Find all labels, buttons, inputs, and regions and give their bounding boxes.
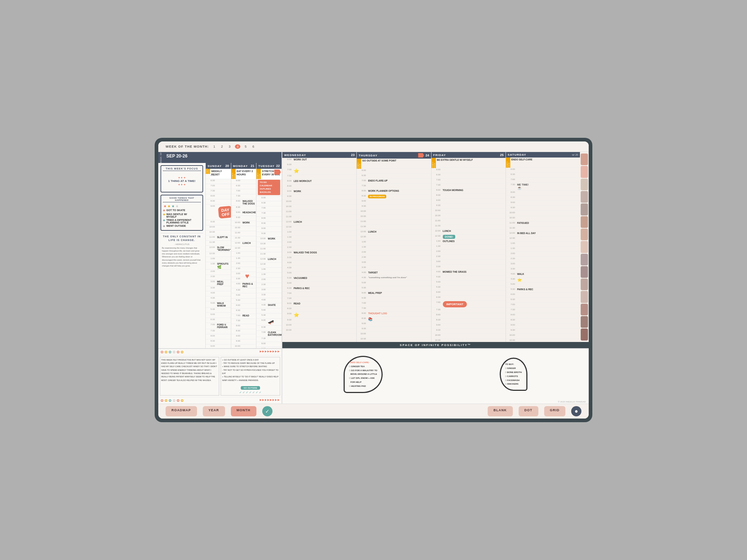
flower-row-bottom-left: ✿✿✿✿✿✿	[160, 398, 183, 402]
tab-blank[interactable]: BLANK	[488, 406, 513, 416]
focus-graphic: ✦ ✦ ✦ 1 THING AT A TIME! ✦ ✦ ✦	[168, 176, 196, 187]
device-frame: WEEK OF THE MONTH: 1 2 3 4 5 6 WEEK OF S…	[155, 138, 592, 422]
tab-check-icon[interactable]: ✓	[262, 406, 272, 416]
color-tab-1[interactable]	[581, 153, 588, 165]
thursday-flag	[418, 153, 424, 158]
left-sidebar: THIS WEEK'S FOCUS ✦ ✦ ✦ 1 THING AT A TIM…	[158, 163, 206, 348]
wednesday-header: WEDNESDAY 23	[282, 152, 356, 158]
tuesday-slots: 6:00 6:30 7:00 7:30 8:00 8:30 9:00 9:30 …	[256, 196, 282, 348]
color-tab-3[interactable]	[581, 179, 588, 190]
wednesday-column: WEDNESDAY 23 6:00WORK OUT 6:30 7:00⭐ 7:3…	[282, 152, 357, 342]
quote-text: By experiencing the many changes that ha…	[162, 246, 202, 268]
color-tab-13[interactable]	[581, 304, 588, 315]
thursday-header: THURSDAY 24	[357, 152, 431, 159]
color-tab-5[interactable]	[581, 203, 588, 215]
quote-main: THE ONLY CONSTANT IN LIFE IS CHANGE.	[162, 235, 202, 242]
date-range: SEP 20-26	[163, 152, 282, 163]
takeaway-2: + MAKE SURE TO STRETCH BEFORE SKATING	[222, 365, 279, 368]
day-off-badge: DAY OFF	[218, 206, 231, 218]
focus-text: 1 THING AT A TIME!	[168, 179, 196, 183]
color-tab-2[interactable]	[581, 166, 588, 178]
right-color-tabs	[580, 152, 589, 342]
color-tab-8[interactable]	[581, 241, 588, 253]
good-thing-gentle: ★WAS GENTLE W/MYSELF	[163, 213, 201, 218]
week-1[interactable]: 1	[212, 144, 217, 149]
focus-title: THIS WEEK'S FOCUS	[163, 167, 201, 171]
thursday-focus: GO OUTSIDE AT SOME POINT	[361, 159, 431, 169]
color-tab-7[interactable]	[581, 229, 588, 240]
left-content: THIS WEEK'S FOCUS ✦ ✦ ✦ 1 THING AT A TIM…	[158, 163, 282, 348]
done-badge: DONE!	[443, 235, 456, 239]
tab-dot-icon[interactable]: ●	[571, 406, 581, 416]
to-buy-bubble: TO BUY: □ GINGER □ BONE BROTH □ CARROTS …	[500, 358, 527, 391]
sunday-slots: 6:00 6:30 7:00 7:30 8:00 8:30 9:00DAY OF…	[206, 174, 231, 348]
monday-slots: 6:00 6:30 7:00 7:30 8:00WALKED THE DOGS …	[231, 179, 256, 348]
color-tab-6[interactable]	[581, 216, 588, 228]
quote-author: - HERACLITUS	[162, 243, 202, 245]
tuesday-column: TUESDAY 22 TODAY'S FOCUS STRETCH EVERY 3…	[256, 163, 282, 348]
tab-left: ROADMAP YEAR MONTH ✓	[166, 406, 272, 416]
good-thing-skate: ★GOT TO SKATE	[163, 209, 201, 212]
focus-content: ✦ ✦ ✦ 1 THING AT A TIME! ✦ ✦ ✦	[163, 172, 201, 190]
tab-bar: ROADMAP YEAR MONTH ✓ BLANK DOT GRID ●	[158, 404, 589, 419]
good-things-title: GOOD THINGS THAT HAPPENED	[163, 197, 201, 202]
tab-dot[interactable]: DOT	[519, 406, 538, 416]
color-tab-9[interactable]	[581, 254, 588, 265]
week-5[interactable]: 5	[243, 144, 248, 149]
week-2[interactable]: 2	[220, 144, 224, 149]
color-tab-14[interactable]	[581, 316, 588, 328]
main-content: WEEK OF SEP 20-26 THIS WEEK'S FOCUS ✦ ✦ …	[158, 152, 589, 348]
go-outside-checkboxes: ✓✓✓✓✓✓✓	[222, 391, 279, 394]
tab-year[interactable]: YEAR	[203, 406, 225, 416]
color-tab-12[interactable]	[581, 291, 588, 303]
takeaway-1: - TRY TO REDUCE DAIRY BECAUSE OF THE FLA…	[222, 362, 279, 365]
monday-column: MONDAY 21 TODAY'S FOCUS EAT EVERY 2 HOUR…	[231, 163, 257, 348]
color-tab-4[interactable]	[581, 191, 588, 203]
todo-sticky: TO DOCALENDAROUTLINESBACKLOG	[258, 180, 280, 195]
takeaway-4: + TELLING MYSELF TO "DO IT BADLY" REALLY…	[222, 375, 279, 382]
tuesday-flag	[274, 170, 281, 175]
tab-month[interactable]: MONTH	[231, 406, 256, 416]
monday-header: MONDAY 21	[231, 163, 256, 169]
days-section-left: SUNDAY 20 TODAY'S FOCUS WEEKLY RESET 6:0	[206, 163, 282, 348]
sticker-area: ENDO SELF-CARE: □ GINGER TEA □ GO FOR A …	[282, 349, 589, 400]
tab-right: BLANK DOT GRID ●	[488, 406, 581, 416]
in-progress-badge: IN PROGRESS	[368, 195, 386, 198]
friday-column: FRIDAY 25 TODAY'S FOCUS BE EXTRA GENTLE …	[431, 152, 506, 342]
tuesday-header: TUESDAY 22	[256, 163, 282, 169]
takeaways-box: + GO OUTSIDE AT LEAST ONCE A DAY - TRY T…	[221, 357, 280, 396]
monday-focus: EAT EVERY 2 HOURS	[236, 169, 256, 180]
arrow-row-left: ▶▶▶▶▶▶▶▶	[260, 350, 279, 354]
left-page: WEEK OF SEP 20-26 THIS WEEK'S FOCUS ✦ ✦ …	[158, 152, 282, 348]
friday-slots: 6:00 6:30 7:00 7:30 8:00TOUGH MORNING 8:…	[431, 168, 506, 342]
saturday-column: SATURDAY w/ 26 TODAY'S FOCUS ENDO SELF-C…	[506, 152, 580, 342]
color-tab-11[interactable]	[581, 279, 588, 290]
wednesday-slots: 6:00WORK OUT 6:30 7:00⭐ 7:30 8:00LEG WOR…	[282, 158, 356, 342]
important-badge: IMPORTANT	[443, 301, 467, 307]
tab-roadmap[interactable]: ROADMAP	[166, 406, 197, 416]
stars-row: ★★★★	[163, 203, 201, 209]
saturday-slots: 6:00 6:30 7:00 7:30 ME TIME! ☕ 8:00 8:30…	[506, 168, 580, 342]
sunday-column: SUNDAY 20 TODAY'S FOCUS WEEKLY RESET 6:0	[206, 163, 231, 348]
friday-header: FRIDAY 25	[431, 152, 506, 158]
takeaway-0: + GO OUTSIDE AT LEAST ONCE A DAY	[222, 358, 279, 362]
week-4-active[interactable]: 4	[235, 144, 240, 149]
copyright: © 2020 ANGELIA TRINIDAD	[282, 400, 589, 404]
color-tab-15[interactable]	[581, 328, 588, 340]
sunday-header: SUNDAY 20	[206, 163, 231, 169]
thursday-column: THURSDAY 24 TODAY'S FOCUS GO OUTSIDE AT …	[357, 152, 431, 342]
right-page: WEDNESDAY 23 6:00WORK OUT 6:30 7:00⭐ 7:3…	[282, 152, 589, 348]
week-6[interactable]: 6	[251, 144, 256, 149]
good-thing-outside: ★WENT OUTSIDE	[163, 225, 201, 228]
good-thing-planning: ★TRIED A DIFFERENTPLANNING STYLE	[163, 219, 201, 224]
flower-row-left: ✿✿✿✿✿✿	[160, 350, 183, 354]
takeaway-3: - TRY NOT TO GET SO HYPER-FOCUSED YOU FO…	[222, 369, 279, 376]
planner-container: WEEK OF THE MONTH: 1 2 3 4 5 6 WEEK OF S…	[158, 141, 589, 419]
friday-focus: BE EXTRA GENTLE W/ MYSELF	[436, 158, 506, 168]
week-of-vertical: WEEK OF	[160, 152, 162, 163]
week-of-month-label: WEEK OF THE MONTH:	[166, 145, 209, 148]
color-tab-10[interactable]	[581, 266, 588, 278]
space-infinite: SPACE OF INFINITE POSSIBILITY™	[282, 342, 589, 348]
week-3[interactable]: 3	[227, 144, 232, 149]
tab-grid[interactable]: GRID	[544, 406, 566, 416]
